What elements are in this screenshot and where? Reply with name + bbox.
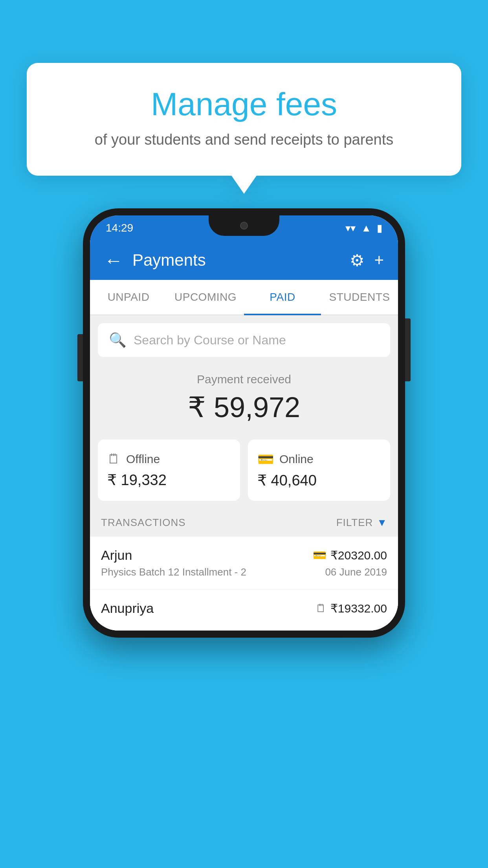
payment-cards-row: 🗒 Offline ₹ 19,332 💳 Online ₹ 40,640 xyxy=(90,432,398,509)
search-input[interactable]: Search by Course or Name xyxy=(134,333,286,348)
speech-bubble: Manage fees of your students and send re… xyxy=(27,63,461,176)
app-bar-title: Payments xyxy=(132,251,340,270)
back-button[interactable]: ← xyxy=(104,250,123,271)
transaction-anupriya-amount-wrapper: 🗒 ₹19332.00 xyxy=(316,601,387,615)
transaction-arjun-amount: ₹20320.00 xyxy=(330,548,387,562)
online-card-header: 💳 Online xyxy=(257,451,381,467)
notch xyxy=(209,215,279,236)
transaction-anupriya-icon: 🗒 xyxy=(316,602,327,615)
wifi-icon: ▾▾ xyxy=(345,222,356,234)
tab-unpaid[interactable]: UNPAID xyxy=(90,280,167,314)
tab-paid[interactable]: PAID xyxy=(244,280,321,314)
offline-icon: 🗒 xyxy=(107,451,121,467)
settings-button[interactable]: ⚙ xyxy=(350,251,365,270)
offline-amount: ₹ 19,332 xyxy=(107,471,231,489)
transaction-anupriya-name: Anupriya xyxy=(101,601,154,616)
offline-card: 🗒 Offline ₹ 19,332 xyxy=(98,440,240,501)
payment-amount: ₹ 59,972 xyxy=(98,391,390,424)
online-card: 💳 Online ₹ 40,640 xyxy=(248,440,390,501)
filter-button[interactable]: FILTER ▼ xyxy=(336,517,387,529)
transactions-label: TRANSACTIONS xyxy=(101,517,186,529)
payment-summary: Payment received ₹ 59,972 xyxy=(90,357,398,432)
transaction-anupriya[interactable]: Anupriya 🗒 ₹19332.00 xyxy=(90,590,398,631)
payment-label: Payment received xyxy=(98,373,390,386)
transaction-arjun-bottom: Physics Batch 12 Installment - 2 06 June… xyxy=(101,566,387,578)
tabs-bar: UNPAID UPCOMING PAID STUDENTS xyxy=(90,280,398,315)
battery-icon: ▮ xyxy=(377,222,382,234)
app-bar: ← Payments ⚙ + xyxy=(90,241,398,280)
online-label: Online xyxy=(279,452,314,466)
phone-outer: 14:29 ▾▾ ▲ ▮ ← Payments ⚙ + UNPAID UPCOM… xyxy=(83,208,405,638)
bubble-subtitle: of your students and send receipts to pa… xyxy=(46,131,442,148)
tab-students[interactable]: STUDENTS xyxy=(321,280,398,314)
online-amount: ₹ 40,640 xyxy=(257,472,381,489)
status-time: 14:29 xyxy=(106,222,133,234)
transaction-arjun-date: 06 June 2019 xyxy=(325,566,387,578)
transaction-arjun-name: Arjun xyxy=(101,548,132,563)
transaction-anupriya-amount: ₹19332.00 xyxy=(330,601,387,615)
transaction-arjun-top: Arjun 💳 ₹20320.00 xyxy=(101,548,387,563)
filter-label: FILTER xyxy=(336,517,373,529)
camera-dot xyxy=(240,222,248,230)
offline-card-header: 🗒 Offline xyxy=(107,451,231,467)
status-bar: 14:29 ▾▾ ▲ ▮ xyxy=(90,215,398,241)
search-icon: 🔍 xyxy=(109,332,127,348)
status-icons: ▾▾ ▲ ▮ xyxy=(345,222,382,234)
offline-label: Offline xyxy=(126,452,160,466)
phone-wrapper: 14:29 ▾▾ ▲ ▮ ← Payments ⚙ + UNPAID UPCOM… xyxy=(83,208,405,638)
transactions-header: TRANSACTIONS FILTER ▼ xyxy=(90,509,398,537)
signal-icon: ▲ xyxy=(361,222,371,234)
transaction-arjun-desc: Physics Batch 12 Installment - 2 xyxy=(101,566,246,578)
content-area: 🔍 Search by Course or Name Payment recei… xyxy=(90,323,398,631)
tab-upcoming[interactable]: UPCOMING xyxy=(167,280,244,314)
online-icon: 💳 xyxy=(257,451,274,467)
search-bar[interactable]: 🔍 Search by Course or Name xyxy=(98,323,390,357)
phone-screen: 14:29 ▾▾ ▲ ▮ ← Payments ⚙ + UNPAID UPCOM… xyxy=(90,215,398,631)
transaction-arjun[interactable]: Arjun 💳 ₹20320.00 Physics Batch 12 Insta… xyxy=(90,537,398,590)
bubble-title: Manage fees xyxy=(46,86,442,122)
filter-icon: ▼ xyxy=(377,517,387,529)
transaction-arjun-icon: 💳 xyxy=(313,549,327,562)
add-button[interactable]: + xyxy=(374,251,384,270)
transaction-anupriya-top: Anupriya 🗒 ₹19332.00 xyxy=(101,601,387,616)
transaction-arjun-amount-wrapper: 💳 ₹20320.00 xyxy=(313,548,387,562)
